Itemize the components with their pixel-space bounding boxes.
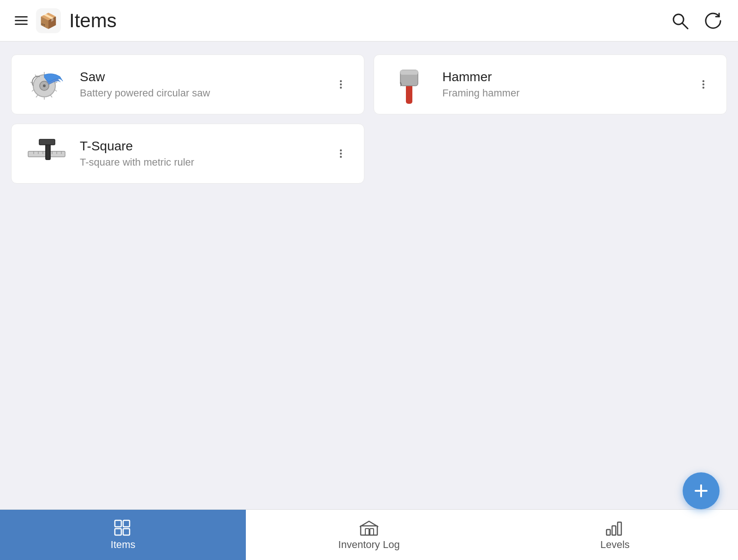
- svg-rect-18: [406, 84, 412, 104]
- svg-rect-42: [123, 529, 130, 535]
- tsquare-name: T-Square: [80, 139, 320, 154]
- svg-line-1: [682, 23, 688, 29]
- svg-rect-33: [39, 139, 55, 145]
- svg-point-15: [340, 80, 342, 82]
- item-card-saw[interactable]: Saw Battery powered circular saw: [11, 54, 364, 114]
- nav-inventory-log-label: Inventory Log: [338, 539, 399, 551]
- tsquare-icon-area: [24, 135, 69, 172]
- svg-point-35: [340, 153, 342, 155]
- svg-rect-41: [115, 529, 121, 535]
- nav-levels-label: Levels: [601, 539, 630, 551]
- svg-point-36: [340, 156, 342, 158]
- tsquare-more-button[interactable]: [331, 143, 351, 164]
- more-vertical-icon: [334, 147, 347, 160]
- items-grid: Saw Battery powered circular saw: [11, 54, 727, 184]
- nav-levels[interactable]: Levels: [492, 510, 738, 560]
- refresh-button[interactable]: [703, 11, 723, 31]
- add-item-fab[interactable]: [683, 472, 720, 509]
- tsquare-info: T-Square T-square with metric ruler: [80, 139, 320, 168]
- nav-items-label: Items: [111, 539, 136, 551]
- item-card-hammer[interactable]: Hammer Framing hammer: [374, 54, 727, 114]
- svg-rect-48: [618, 522, 621, 535]
- svg-point-22: [702, 83, 704, 85]
- header-right: [670, 11, 723, 31]
- items-nav-icon: [114, 519, 132, 536]
- svg-point-17: [340, 87, 342, 89]
- hamburger-icon: [15, 16, 28, 25]
- svg-line-9: [50, 95, 52, 97]
- levels-nav-icon: [606, 519, 624, 536]
- nav-items[interactable]: Items: [0, 510, 246, 560]
- saw-icon-area: [24, 66, 69, 103]
- app-logo-icon: 📦: [36, 8, 61, 33]
- item-card-tsquare[interactable]: T-Square T-square with metric ruler: [11, 124, 364, 184]
- svg-rect-39: [115, 520, 121, 527]
- header-left: 📦 Items: [15, 8, 670, 33]
- svg-point-4: [43, 84, 46, 87]
- search-button[interactable]: [670, 11, 690, 31]
- more-vertical-icon: [697, 78, 710, 91]
- bottom-nav: Items Inventory Log Levels: [0, 509, 738, 560]
- svg-rect-47: [612, 526, 616, 535]
- hammer-more-button[interactable]: [693, 74, 714, 95]
- svg-point-16: [340, 83, 342, 85]
- plus-icon: [693, 483, 709, 499]
- hammer-icon-area: [387, 66, 431, 103]
- svg-point-21: [702, 80, 704, 82]
- svg-rect-45: [370, 529, 374, 535]
- svg-rect-20: [400, 70, 418, 75]
- svg-line-11: [36, 95, 38, 97]
- svg-rect-40: [123, 520, 130, 527]
- nav-inventory-log[interactable]: Inventory Log: [246, 510, 492, 560]
- inventory-log-nav-icon: [359, 519, 379, 536]
- hammer-name: Hammer: [442, 70, 682, 84]
- main-content: Saw Battery powered circular saw: [0, 42, 738, 509]
- more-vertical-icon: [334, 78, 347, 91]
- svg-rect-46: [607, 530, 610, 535]
- app-header: 📦 Items: [0, 0, 738, 42]
- saw-more-button[interactable]: [331, 74, 351, 95]
- page-title: Items: [69, 10, 117, 32]
- saw-desc: Battery powered circular saw: [80, 87, 320, 99]
- saw-info: Saw Battery powered circular saw: [80, 70, 320, 99]
- svg-point-23: [702, 87, 704, 89]
- tsquare-desc: T-square with metric ruler: [80, 156, 320, 168]
- search-icon: [670, 11, 690, 31]
- hammer-info: Hammer Framing hammer: [442, 70, 682, 99]
- svg-point-34: [340, 149, 342, 151]
- hammer-icon: [393, 64, 425, 105]
- saw-name: Saw: [80, 70, 320, 84]
- menu-button[interactable]: [15, 16, 28, 25]
- refresh-icon: [703, 11, 723, 31]
- tsquare-icon: [24, 137, 69, 170]
- svg-rect-44: [365, 529, 369, 535]
- saw-icon: [26, 68, 67, 101]
- hammer-desc: Framing hammer: [442, 87, 682, 99]
